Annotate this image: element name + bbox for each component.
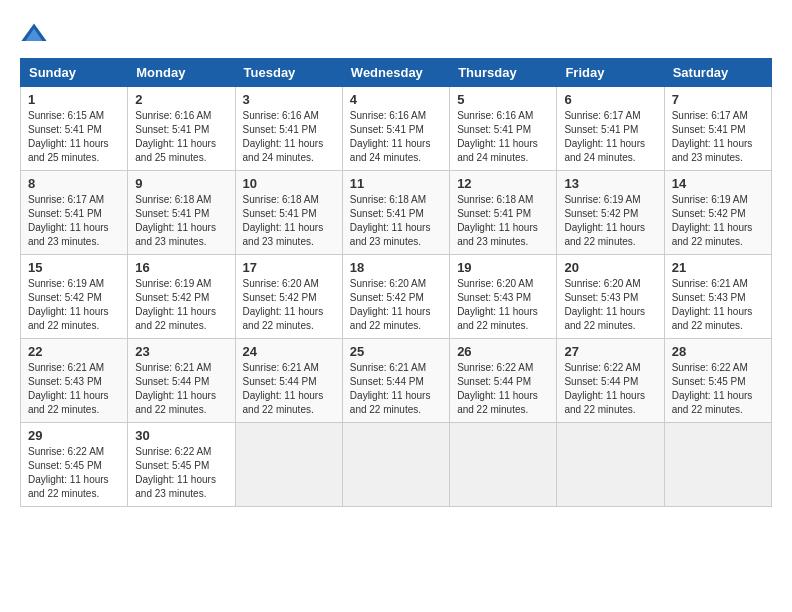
day-number: 22: [28, 344, 120, 359]
calendar-cell: [557, 423, 664, 507]
calendar-cell: 24 Sunrise: 6:21 AM Sunset: 5:44 PM Dayl…: [235, 339, 342, 423]
day-info: Sunrise: 6:22 AM Sunset: 5:45 PM Dayligh…: [135, 445, 227, 501]
day-number: 24: [243, 344, 335, 359]
calendar-cell: [664, 423, 771, 507]
calendar-cell: 16 Sunrise: 6:19 AM Sunset: 5:42 PM Dayl…: [128, 255, 235, 339]
calendar-cell: 3 Sunrise: 6:16 AM Sunset: 5:41 PM Dayli…: [235, 87, 342, 171]
calendar-week-row: 8 Sunrise: 6:17 AM Sunset: 5:41 PM Dayli…: [21, 171, 772, 255]
day-number: 25: [350, 344, 442, 359]
calendar-cell: 21 Sunrise: 6:21 AM Sunset: 5:43 PM Dayl…: [664, 255, 771, 339]
calendar-cell: 19 Sunrise: 6:20 AM Sunset: 5:43 PM Dayl…: [450, 255, 557, 339]
calendar-cell: 18 Sunrise: 6:20 AM Sunset: 5:42 PM Dayl…: [342, 255, 449, 339]
header-wednesday: Wednesday: [342, 59, 449, 87]
calendar-cell: 11 Sunrise: 6:18 AM Sunset: 5:41 PM Dayl…: [342, 171, 449, 255]
day-number: 19: [457, 260, 549, 275]
logo: [20, 20, 52, 48]
calendar-cell: 23 Sunrise: 6:21 AM Sunset: 5:44 PM Dayl…: [128, 339, 235, 423]
calendar-cell: 30 Sunrise: 6:22 AM Sunset: 5:45 PM Dayl…: [128, 423, 235, 507]
page-header: [20, 20, 772, 48]
day-info: Sunrise: 6:20 AM Sunset: 5:43 PM Dayligh…: [457, 277, 549, 333]
calendar-cell: 13 Sunrise: 6:19 AM Sunset: 5:42 PM Dayl…: [557, 171, 664, 255]
header-tuesday: Tuesday: [235, 59, 342, 87]
day-info: Sunrise: 6:21 AM Sunset: 5:44 PM Dayligh…: [243, 361, 335, 417]
day-number: 16: [135, 260, 227, 275]
day-number: 1: [28, 92, 120, 107]
day-number: 18: [350, 260, 442, 275]
day-info: Sunrise: 6:18 AM Sunset: 5:41 PM Dayligh…: [350, 193, 442, 249]
day-number: 4: [350, 92, 442, 107]
day-number: 21: [672, 260, 764, 275]
calendar-cell: 15 Sunrise: 6:19 AM Sunset: 5:42 PM Dayl…: [21, 255, 128, 339]
calendar-cell: 20 Sunrise: 6:20 AM Sunset: 5:43 PM Dayl…: [557, 255, 664, 339]
header-saturday: Saturday: [664, 59, 771, 87]
day-info: Sunrise: 6:18 AM Sunset: 5:41 PM Dayligh…: [135, 193, 227, 249]
calendar-cell: 12 Sunrise: 6:18 AM Sunset: 5:41 PM Dayl…: [450, 171, 557, 255]
calendar-cell: 7 Sunrise: 6:17 AM Sunset: 5:41 PM Dayli…: [664, 87, 771, 171]
day-info: Sunrise: 6:16 AM Sunset: 5:41 PM Dayligh…: [457, 109, 549, 165]
day-number: 13: [564, 176, 656, 191]
calendar-cell: 28 Sunrise: 6:22 AM Sunset: 5:45 PM Dayl…: [664, 339, 771, 423]
day-info: Sunrise: 6:16 AM Sunset: 5:41 PM Dayligh…: [350, 109, 442, 165]
day-number: 17: [243, 260, 335, 275]
day-number: 20: [564, 260, 656, 275]
day-info: Sunrise: 6:17 AM Sunset: 5:41 PM Dayligh…: [28, 193, 120, 249]
day-number: 10: [243, 176, 335, 191]
day-info: Sunrise: 6:20 AM Sunset: 5:42 PM Dayligh…: [350, 277, 442, 333]
calendar-cell: 14 Sunrise: 6:19 AM Sunset: 5:42 PM Dayl…: [664, 171, 771, 255]
day-number: 9: [135, 176, 227, 191]
day-info: Sunrise: 6:17 AM Sunset: 5:41 PM Dayligh…: [564, 109, 656, 165]
calendar-cell: 8 Sunrise: 6:17 AM Sunset: 5:41 PM Dayli…: [21, 171, 128, 255]
day-number: 29: [28, 428, 120, 443]
day-number: 15: [28, 260, 120, 275]
calendar-cell: [450, 423, 557, 507]
day-info: Sunrise: 6:19 AM Sunset: 5:42 PM Dayligh…: [135, 277, 227, 333]
calendar-cell: 5 Sunrise: 6:16 AM Sunset: 5:41 PM Dayli…: [450, 87, 557, 171]
calendar-week-row: 15 Sunrise: 6:19 AM Sunset: 5:42 PM Dayl…: [21, 255, 772, 339]
day-info: Sunrise: 6:17 AM Sunset: 5:41 PM Dayligh…: [672, 109, 764, 165]
header-sunday: Sunday: [21, 59, 128, 87]
day-number: 30: [135, 428, 227, 443]
day-number: 11: [350, 176, 442, 191]
day-number: 5: [457, 92, 549, 107]
calendar-cell: [235, 423, 342, 507]
calendar-week-row: 1 Sunrise: 6:15 AM Sunset: 5:41 PM Dayli…: [21, 87, 772, 171]
calendar-week-row: 22 Sunrise: 6:21 AM Sunset: 5:43 PM Dayl…: [21, 339, 772, 423]
day-info: Sunrise: 6:20 AM Sunset: 5:42 PM Dayligh…: [243, 277, 335, 333]
calendar-cell: 9 Sunrise: 6:18 AM Sunset: 5:41 PM Dayli…: [128, 171, 235, 255]
day-info: Sunrise: 6:19 AM Sunset: 5:42 PM Dayligh…: [28, 277, 120, 333]
day-info: Sunrise: 6:22 AM Sunset: 5:45 PM Dayligh…: [672, 361, 764, 417]
calendar-cell: 6 Sunrise: 6:17 AM Sunset: 5:41 PM Dayli…: [557, 87, 664, 171]
calendar-cell: 2 Sunrise: 6:16 AM Sunset: 5:41 PM Dayli…: [128, 87, 235, 171]
logo-icon: [20, 20, 48, 48]
day-number: 7: [672, 92, 764, 107]
day-number: 26: [457, 344, 549, 359]
day-info: Sunrise: 6:18 AM Sunset: 5:41 PM Dayligh…: [457, 193, 549, 249]
day-number: 8: [28, 176, 120, 191]
calendar-cell: 17 Sunrise: 6:20 AM Sunset: 5:42 PM Dayl…: [235, 255, 342, 339]
header-monday: Monday: [128, 59, 235, 87]
day-info: Sunrise: 6:19 AM Sunset: 5:42 PM Dayligh…: [672, 193, 764, 249]
day-info: Sunrise: 6:16 AM Sunset: 5:41 PM Dayligh…: [135, 109, 227, 165]
day-info: Sunrise: 6:22 AM Sunset: 5:44 PM Dayligh…: [564, 361, 656, 417]
calendar-cell: 4 Sunrise: 6:16 AM Sunset: 5:41 PM Dayli…: [342, 87, 449, 171]
day-number: 6: [564, 92, 656, 107]
day-info: Sunrise: 6:20 AM Sunset: 5:43 PM Dayligh…: [564, 277, 656, 333]
calendar-cell: 26 Sunrise: 6:22 AM Sunset: 5:44 PM Dayl…: [450, 339, 557, 423]
calendar-cell: 29 Sunrise: 6:22 AM Sunset: 5:45 PM Dayl…: [21, 423, 128, 507]
day-info: Sunrise: 6:21 AM Sunset: 5:44 PM Dayligh…: [135, 361, 227, 417]
calendar-cell: 1 Sunrise: 6:15 AM Sunset: 5:41 PM Dayli…: [21, 87, 128, 171]
calendar-week-row: 29 Sunrise: 6:22 AM Sunset: 5:45 PM Dayl…: [21, 423, 772, 507]
day-number: 3: [243, 92, 335, 107]
calendar-cell: 10 Sunrise: 6:18 AM Sunset: 5:41 PM Dayl…: [235, 171, 342, 255]
day-number: 28: [672, 344, 764, 359]
day-info: Sunrise: 6:21 AM Sunset: 5:43 PM Dayligh…: [672, 277, 764, 333]
day-number: 14: [672, 176, 764, 191]
day-number: 12: [457, 176, 549, 191]
calendar-header-row: SundayMondayTuesdayWednesdayThursdayFrid…: [21, 59, 772, 87]
header-thursday: Thursday: [450, 59, 557, 87]
day-info: Sunrise: 6:15 AM Sunset: 5:41 PM Dayligh…: [28, 109, 120, 165]
day-info: Sunrise: 6:21 AM Sunset: 5:43 PM Dayligh…: [28, 361, 120, 417]
day-number: 2: [135, 92, 227, 107]
day-number: 27: [564, 344, 656, 359]
day-info: Sunrise: 6:22 AM Sunset: 5:45 PM Dayligh…: [28, 445, 120, 501]
